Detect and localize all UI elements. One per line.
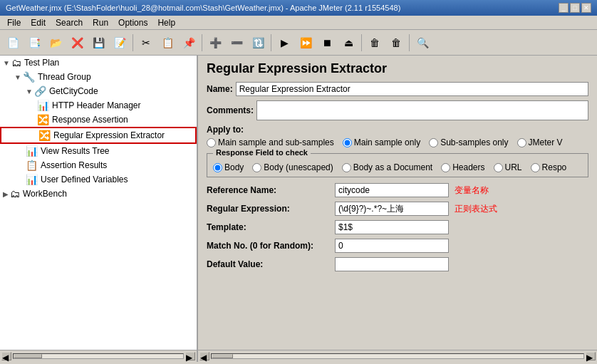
apply-sub-only-radio[interactable] [429, 138, 438, 147]
collapse-button[interactable]: ➖ [227, 33, 246, 53]
expand-button[interactable]: ➕ [205, 33, 225, 53]
left-scroll-thumb[interactable] [14, 354, 42, 358]
maximize-button[interactable]: □ [570, 3, 580, 13]
response-body-document-radio[interactable] [342, 163, 351, 172]
menu-edit[interactable]: Edit [26, 17, 50, 28]
response-url-radio[interactable] [494, 163, 503, 172]
response-other-radio[interactable] [531, 163, 540, 172]
match-input[interactable] [335, 239, 449, 253]
left-scroll-right[interactable]: ▶ [185, 352, 195, 360]
response-body-radio[interactable] [213, 163, 222, 172]
ref-name-input[interactable] [335, 183, 449, 197]
default-input[interactable] [335, 257, 449, 271]
new-button[interactable]: 📄 [3, 33, 23, 53]
apply-main-only[interactable]: Main sample only [343, 137, 420, 147]
assertion-results-icon: 📋 [26, 160, 38, 171]
tree-item-assertion-results[interactable]: 📋 Assertion Results [0, 158, 197, 172]
template-row: Template: [207, 220, 588, 234]
apply-jmeter-var-radio[interactable] [517, 138, 526, 147]
stop-button[interactable]: ⏹ [317, 33, 337, 53]
save-button[interactable]: 💾 [88, 33, 108, 53]
cut-button[interactable]: ✂ [136, 33, 156, 53]
tree-item-user-defined[interactable]: 📊 User Defined Variables [0, 172, 197, 187]
http-header-label: HTTP Header Manager [52, 100, 141, 110]
left-scroll-left[interactable]: ◀ [1, 352, 11, 360]
detail-panel: Regular Expression Extractor Name: Comme… [198, 56, 597, 350]
save-as-button[interactable]: 📝 [110, 33, 130, 53]
apply-sub-only[interactable]: Sub-samples only [429, 137, 508, 147]
user-defined-label: User Defined Variables [41, 175, 128, 184]
apply-main-only-radio[interactable] [343, 138, 352, 147]
workbench-label: WorkBench [23, 189, 67, 199]
menu-run[interactable]: Run [88, 17, 113, 28]
name-row: Name: [207, 82, 588, 96]
start-no-pauses-button[interactable]: ⏩ [296, 33, 316, 53]
response-body-label: Body [224, 162, 244, 172]
response-assertion-label: Response Assertion [52, 115, 128, 125]
response-body-unescaped[interactable]: Body (unescaped) [252, 162, 333, 172]
tree-item-view-results[interactable]: 📊 View Results Tree [0, 144, 197, 158]
apply-jmeter-var[interactable]: JMeter V [517, 137, 563, 147]
copy-button[interactable]: 📋 [157, 33, 177, 53]
response-body-unescaped-radio[interactable] [252, 163, 261, 172]
templates-button[interactable]: 📑 [24, 33, 44, 53]
regex-row: Regular Expression: 正则表达式 [207, 202, 588, 216]
response-body[interactable]: Body [213, 162, 244, 172]
left-scroll-track[interactable] [13, 353, 184, 359]
comments-label: Comments: [207, 105, 254, 115]
window-controls[interactable]: _ □ ✕ [559, 3, 591, 13]
clear-button[interactable]: 🗑 [365, 33, 385, 53]
right-scrollbar[interactable]: ◀ ▶ [198, 350, 597, 362]
default-label: Default Value: [207, 259, 335, 269]
open-button[interactable]: 📂 [46, 33, 66, 53]
menu-help[interactable]: Help [153, 17, 180, 28]
toggle-button[interactable]: 🔃 [248, 33, 268, 53]
template-input[interactable] [335, 220, 449, 234]
tree-item-regex-extractor[interactable]: 🔀 Regular Expression Extractor [0, 127, 197, 144]
tree-item-http-header[interactable]: 📊 HTTP Header Manager [0, 98, 197, 113]
toolbar: 📄 📑 📂 ❌ 💾 📝 ✂ 📋 📌 ➕ ➖ 🔃 ▶ ⏩ ⏹ ⏏ 🗑 🗑 🔍 [0, 30, 597, 56]
response-body-document[interactable]: Body as a Document [342, 162, 432, 172]
apply-main-sub-radio[interactable] [207, 138, 216, 147]
tree-item-response-assertion[interactable]: 🔀 Response Assertion [0, 113, 197, 127]
assertion-results-label: Assertion Results [41, 160, 107, 170]
main-content: ▼ 🗂 Test Plan ▼ 🔧 Thread Group ▼ 🔗 GetCi… [0, 56, 597, 350]
tree-item-workbench[interactable]: ▶ 🗂 WorkBench [0, 187, 197, 201]
response-headers-radio[interactable] [441, 163, 450, 172]
apply-main-sub[interactable]: Main sample and sub-samples [207, 137, 334, 147]
apply-main-sub-label: Main sample and sub-samples [218, 137, 334, 147]
menu-file[interactable]: File [3, 17, 25, 28]
horizontal-scrollbar[interactable]: ◀ ▶ ◀ ▶ [0, 350, 597, 361]
minimize-button[interactable]: _ [559, 3, 569, 13]
response-field-section: Response Field to check Body Body (unesc… [207, 153, 588, 177]
right-scroll-track[interactable] [211, 353, 584, 359]
start-button[interactable]: ▶ [274, 33, 294, 53]
search-button[interactable]: 🔍 [412, 33, 432, 53]
response-headers[interactable]: Headers [441, 162, 484, 172]
response-url[interactable]: URL [494, 162, 522, 172]
name-input[interactable] [236, 82, 588, 96]
regex-extractor-icon: 🔀 [38, 130, 51, 141]
right-scroll-left[interactable]: ◀ [199, 352, 209, 360]
close-button[interactable]: ❌ [67, 33, 87, 53]
close-button[interactable]: ✕ [581, 3, 591, 13]
tree-item-test-plan[interactable]: ▼ 🗂 Test Plan [0, 56, 197, 70]
http-header-icon: 📊 [37, 100, 49, 111]
apply-to-label-row: Apply to: [207, 125, 588, 135]
right-scroll-thumb[interactable] [212, 354, 233, 358]
tree-item-getcitycode[interactable]: ▼ 🔗 GetCityCode [0, 84, 197, 98]
separator-1 [133, 34, 133, 51]
clear-all-button[interactable]: 🗑 [386, 33, 406, 53]
response-other[interactable]: Respo [531, 162, 567, 172]
menu-search[interactable]: Search [51, 17, 87, 28]
comments-row: Comments: [207, 100, 588, 120]
shutdown-button[interactable]: ⏏ [338, 33, 358, 53]
menu-options[interactable]: Options [114, 17, 152, 28]
response-body-document-label: Body as a Document [353, 162, 432, 172]
right-scroll-right[interactable]: ▶ [586, 352, 596, 360]
regex-input[interactable] [335, 202, 449, 216]
paste-button[interactable]: 📌 [179, 33, 199, 53]
comments-input[interactable] [256, 100, 588, 120]
tree-item-thread-group[interactable]: ▼ 🔧 Thread Group [0, 70, 197, 84]
left-scrollbar[interactable]: ◀ ▶ [0, 350, 198, 362]
